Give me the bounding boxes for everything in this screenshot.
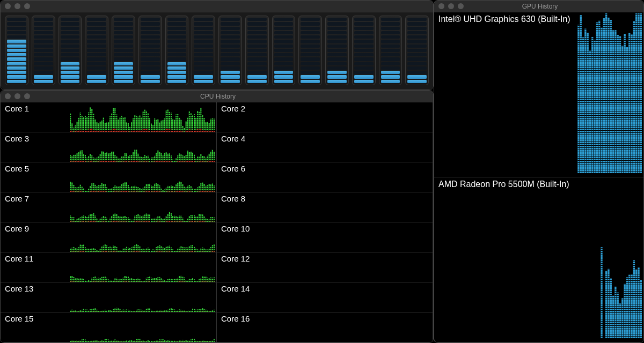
meter-segment	[407, 22, 427, 25]
meter-segment	[247, 40, 267, 43]
core-history-core-7: Core 7	[1, 192, 217, 222]
titlebar[interactable]: GPU History	[434, 1, 643, 12]
meter-segment	[87, 53, 106, 56]
meter-segment	[274, 80, 294, 83]
meter-segment	[194, 44, 213, 48]
gpu-history-window[interactable]: GPU History Intel® UHD Graphics 630 (Bui…	[434, 0, 644, 343]
meter-segment	[247, 27, 267, 30]
core-history-core-15: Core 15	[1, 312, 217, 342]
meter-segment	[221, 80, 240, 83]
meter-segment	[87, 66, 106, 70]
meter-segment	[194, 27, 213, 30]
meter-segment	[407, 80, 427, 83]
cpu-meter-core-5	[112, 16, 135, 85]
meter-segment	[61, 27, 80, 30]
core-history-core-14: Core 14	[217, 282, 433, 312]
meter-segment	[114, 71, 133, 74]
meter-segment	[167, 57, 187, 61]
cpu-history-window[interactable]: CPU History Core 1Core 2Core 3Core 4Core…	[0, 90, 434, 343]
meter-segment	[301, 53, 320, 56]
meter-segment	[167, 18, 187, 21]
meter-segment	[274, 75, 294, 78]
meter-segment	[87, 80, 106, 83]
meter-segment	[61, 75, 80, 78]
meter-segment	[221, 35, 240, 39]
meter-segment	[407, 71, 427, 74]
minimize-icon[interactable]	[14, 3, 20, 9]
meter-segment	[194, 53, 213, 56]
meter-segment	[141, 80, 160, 83]
meter-segment	[354, 57, 374, 61]
gpu-history-chart	[434, 177, 642, 338]
meter-segment	[247, 44, 267, 48]
meter-segment	[7, 80, 26, 83]
meter-segment	[61, 62, 80, 65]
cpu-meter-core-13	[325, 16, 349, 85]
meter-segment	[407, 18, 427, 21]
core-history-chart	[217, 102, 431, 132]
meter-segment	[247, 71, 267, 74]
meter-segment	[301, 27, 320, 30]
meter-segment	[141, 35, 160, 39]
meter-segment	[7, 27, 26, 30]
core-history-core-4: Core 4	[217, 132, 433, 162]
meter-segment	[114, 75, 133, 78]
meter-segment	[354, 49, 374, 52]
meter-segment	[141, 44, 160, 48]
meter-segment	[354, 66, 374, 70]
meter-segment	[327, 75, 347, 78]
core-history-chart	[1, 312, 215, 342]
meter-segment	[221, 31, 240, 34]
meter-segment	[194, 40, 213, 43]
meter-segment	[114, 66, 133, 70]
gpu-history-chart	[434, 12, 642, 173]
core-history-core-3: Core 3	[1, 132, 217, 162]
meter-segment	[381, 75, 400, 78]
meter-segment	[247, 22, 267, 25]
core-history-core-8: Core 8	[217, 192, 433, 222]
meter-segment	[167, 75, 187, 78]
meter-segment	[194, 80, 213, 83]
meter-segment	[247, 75, 267, 78]
core-history-core-10: Core 10	[217, 222, 433, 252]
meter-segment	[167, 80, 187, 83]
core-history-core-2: Core 2	[217, 102, 433, 132]
gpu-label: Intel® UHD Graphics 630 (Built-In)	[438, 14, 570, 24]
titlebar[interactable]: CPU History	[1, 91, 433, 102]
cpu-meter-row	[1, 12, 433, 90]
zoom-icon[interactable]	[24, 3, 30, 9]
cpu-meters-window[interactable]	[0, 0, 434, 90]
meter-segment	[34, 66, 53, 70]
meter-segment	[87, 40, 106, 43]
core-history-core-16: Core 16	[217, 312, 433, 342]
meter-segment	[221, 22, 240, 25]
core-history-chart	[1, 282, 215, 312]
meter-segment	[221, 75, 240, 78]
meter-segment	[354, 31, 374, 34]
meter-segment	[381, 35, 400, 39]
meter-segment	[7, 31, 26, 34]
meter-segment	[34, 31, 53, 34]
close-icon[interactable]	[5, 3, 11, 9]
core-history-chart	[217, 312, 431, 342]
meter-segment	[274, 31, 294, 34]
meter-segment	[7, 62, 26, 65]
meter-segment	[61, 18, 80, 21]
meter-segment	[407, 66, 427, 70]
titlebar[interactable]	[1, 1, 433, 12]
meter-segment	[301, 57, 320, 61]
meter-segment	[167, 53, 187, 56]
meter-segment	[167, 66, 187, 70]
meter-segment	[381, 53, 400, 56]
meter-segment	[7, 49, 26, 52]
window-title: GPU History	[441, 3, 639, 10]
meter-segment	[274, 27, 294, 30]
meter-segment	[34, 62, 53, 65]
gpu-history-1: AMD Radeon Pro 5500M (Built-In)	[434, 177, 643, 342]
meter-segment	[167, 31, 187, 34]
meter-segment	[167, 27, 187, 30]
meter-segment	[114, 49, 133, 52]
meter-segment	[247, 49, 267, 52]
meter-segment	[274, 22, 294, 25]
meter-segment	[221, 62, 240, 65]
